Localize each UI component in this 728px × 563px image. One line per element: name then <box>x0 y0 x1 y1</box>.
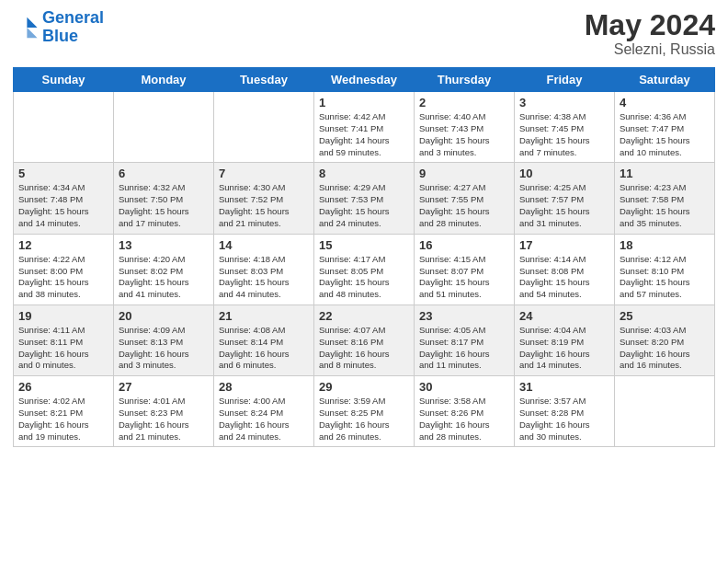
calendar-cell: 17Sunrise: 4:14 AM Sunset: 8:08 PM Dayli… <box>515 234 615 304</box>
location-subtitle: Selezni, Russia <box>585 41 715 58</box>
calendar-cell <box>615 376 715 447</box>
calendar-cell: 12Sunrise: 4:22 AM Sunset: 8:00 PM Dayli… <box>14 234 114 304</box>
day-info: Sunrise: 4:11 AM Sunset: 8:11 PM Dayligh… <box>18 325 108 372</box>
day-number: 17 <box>519 238 609 252</box>
day-info: Sunrise: 4:27 AM Sunset: 7:55 PM Dayligh… <box>419 182 509 229</box>
day-number: 5 <box>18 167 108 180</box>
svg-marker-0 <box>27 17 37 28</box>
day-number: 26 <box>18 380 108 394</box>
day-info: Sunrise: 3:59 AM Sunset: 8:25 PM Dayligh… <box>319 396 409 442</box>
day-number: 4 <box>620 96 710 109</box>
day-info: Sunrise: 4:01 AM Sunset: 8:23 PM Dayligh… <box>119 396 209 442</box>
day-number: 1 <box>319 96 409 109</box>
calendar-cell: 28Sunrise: 4:00 AM Sunset: 8:24 PM Dayli… <box>214 376 314 447</box>
calendar-cell: 31Sunrise: 3:57 AM Sunset: 8:28 PM Dayli… <box>515 376 615 447</box>
day-info: Sunrise: 4:00 AM Sunset: 8:24 PM Dayligh… <box>219 396 309 442</box>
calendar-cell: 16Sunrise: 4:15 AM Sunset: 8:07 PM Dayli… <box>415 234 515 304</box>
calendar-cell <box>14 92 114 163</box>
weekday-header-cell: Saturday <box>615 68 715 92</box>
calendar-cell: 5Sunrise: 4:34 AM Sunset: 7:48 PM Daylig… <box>14 163 114 234</box>
day-info: Sunrise: 3:57 AM Sunset: 8:28 PM Dayligh… <box>519 396 609 442</box>
day-number: 18 <box>620 238 710 252</box>
calendar-week-row: 19Sunrise: 4:11 AM Sunset: 8:11 PM Dayli… <box>14 304 715 375</box>
day-info: Sunrise: 4:38 AM Sunset: 7:45 PM Dayligh… <box>519 111 609 158</box>
weekday-header-cell: Tuesday <box>214 68 314 92</box>
day-info: Sunrise: 4:25 AM Sunset: 7:57 PM Dayligh… <box>519 182 609 229</box>
calendar-cell: 2Sunrise: 4:40 AM Sunset: 7:43 PM Daylig… <box>415 92 515 163</box>
day-info: Sunrise: 3:58 AM Sunset: 8:26 PM Dayligh… <box>419 396 509 442</box>
day-info: Sunrise: 4:20 AM Sunset: 8:02 PM Dayligh… <box>119 254 209 301</box>
day-number: 19 <box>18 309 108 323</box>
month-title: May 2024 <box>585 9 715 41</box>
day-number: 20 <box>119 309 209 323</box>
calendar-week-row: 26Sunrise: 4:02 AM Sunset: 8:21 PM Dayli… <box>14 376 715 447</box>
calendar-cell: 23Sunrise: 4:05 AM Sunset: 8:17 PM Dayli… <box>415 304 515 375</box>
day-number: 14 <box>219 238 309 252</box>
calendar-cell <box>214 92 314 163</box>
calendar-cell: 25Sunrise: 4:03 AM Sunset: 8:20 PM Dayli… <box>615 304 715 375</box>
day-info: Sunrise: 4:07 AM Sunset: 8:16 PM Dayligh… <box>319 325 409 372</box>
calendar-cell: 7Sunrise: 4:30 AM Sunset: 7:52 PM Daylig… <box>214 163 314 234</box>
day-info: Sunrise: 4:18 AM Sunset: 8:03 PM Dayligh… <box>219 254 309 301</box>
day-info: Sunrise: 4:04 AM Sunset: 8:19 PM Dayligh… <box>519 325 609 372</box>
day-number: 10 <box>519 167 609 180</box>
day-number: 13 <box>119 238 209 252</box>
day-number: 28 <box>219 380 309 394</box>
calendar-cell: 20Sunrise: 4:09 AM Sunset: 8:13 PM Dayli… <box>114 304 214 375</box>
calendar-cell: 18Sunrise: 4:12 AM Sunset: 8:10 PM Dayli… <box>615 234 715 304</box>
day-info: Sunrise: 4:22 AM Sunset: 8:00 PM Dayligh… <box>18 254 108 301</box>
day-number: 2 <box>419 96 509 109</box>
calendar-body: 1Sunrise: 4:42 AM Sunset: 7:41 PM Daylig… <box>14 92 715 447</box>
logo-general: General <box>42 8 104 27</box>
day-info: Sunrise: 4:08 AM Sunset: 8:14 PM Dayligh… <box>219 325 309 372</box>
calendar-cell: 8Sunrise: 4:29 AM Sunset: 7:53 PM Daylig… <box>314 163 415 234</box>
weekday-header-cell: Friday <box>515 68 615 92</box>
day-info: Sunrise: 4:36 AM Sunset: 7:47 PM Dayligh… <box>620 111 710 158</box>
calendar-cell: 3Sunrise: 4:38 AM Sunset: 7:45 PM Daylig… <box>515 92 615 163</box>
calendar-cell: 6Sunrise: 4:32 AM Sunset: 7:50 PM Daylig… <box>114 163 214 234</box>
weekday-header-cell: Sunday <box>14 68 114 92</box>
day-number: 7 <box>219 167 309 180</box>
logo-icon <box>13 15 39 40</box>
day-info: Sunrise: 4:12 AM Sunset: 8:10 PM Dayligh… <box>620 254 710 301</box>
day-number: 11 <box>620 167 710 180</box>
calendar-cell: 13Sunrise: 4:20 AM Sunset: 8:02 PM Dayli… <box>114 234 214 304</box>
day-number: 25 <box>620 309 710 323</box>
day-number: 24 <box>519 309 609 323</box>
logo-text: General Blue <box>42 9 104 46</box>
day-info: Sunrise: 4:14 AM Sunset: 8:08 PM Dayligh… <box>519 254 609 301</box>
day-info: Sunrise: 4:03 AM Sunset: 8:20 PM Dayligh… <box>620 325 710 372</box>
calendar-cell: 11Sunrise: 4:23 AM Sunset: 7:58 PM Dayli… <box>615 163 715 234</box>
day-info: Sunrise: 4:09 AM Sunset: 8:13 PM Dayligh… <box>119 325 209 372</box>
day-number: 16 <box>419 238 509 252</box>
calendar-cell: 4Sunrise: 4:36 AM Sunset: 7:47 PM Daylig… <box>615 92 715 163</box>
day-number: 29 <box>319 380 409 394</box>
calendar-cell: 21Sunrise: 4:08 AM Sunset: 8:14 PM Dayli… <box>214 304 314 375</box>
day-info: Sunrise: 4:32 AM Sunset: 7:50 PM Dayligh… <box>119 182 209 229</box>
day-info: Sunrise: 4:42 AM Sunset: 7:41 PM Dayligh… <box>319 111 409 158</box>
weekday-header-cell: Monday <box>114 68 214 92</box>
svg-marker-1 <box>27 28 37 38</box>
day-info: Sunrise: 4:34 AM Sunset: 7:48 PM Dayligh… <box>18 182 108 229</box>
day-number: 12 <box>18 238 108 252</box>
calendar-week-row: 1Sunrise: 4:42 AM Sunset: 7:41 PM Daylig… <box>14 92 715 163</box>
logo-blue: Blue <box>42 27 78 45</box>
day-number: 23 <box>419 309 509 323</box>
day-info: Sunrise: 4:29 AM Sunset: 7:53 PM Dayligh… <box>319 182 409 229</box>
day-info: Sunrise: 4:23 AM Sunset: 7:58 PM Dayligh… <box>620 182 710 229</box>
title-block: May 2024 Selezni, Russia <box>585 9 715 58</box>
calendar-cell: 24Sunrise: 4:04 AM Sunset: 8:19 PM Dayli… <box>515 304 615 375</box>
calendar-cell: 19Sunrise: 4:11 AM Sunset: 8:11 PM Dayli… <box>14 304 114 375</box>
calendar-cell: 26Sunrise: 4:02 AM Sunset: 8:21 PM Dayli… <box>14 376 114 447</box>
day-number: 31 <box>519 380 609 394</box>
calendar-cell: 1Sunrise: 4:42 AM Sunset: 7:41 PM Daylig… <box>314 92 415 163</box>
day-info: Sunrise: 4:40 AM Sunset: 7:43 PM Dayligh… <box>419 111 509 158</box>
calendar: SundayMondayTuesdayWednesdayThursdayFrid… <box>13 67 715 447</box>
day-number: 3 <box>519 96 609 109</box>
calendar-cell: 30Sunrise: 3:58 AM Sunset: 8:26 PM Dayli… <box>415 376 515 447</box>
day-number: 30 <box>419 380 509 394</box>
calendar-week-row: 5Sunrise: 4:34 AM Sunset: 7:48 PM Daylig… <box>14 163 715 234</box>
day-info: Sunrise: 4:17 AM Sunset: 8:05 PM Dayligh… <box>319 254 409 301</box>
weekday-header-cell: Thursday <box>415 68 515 92</box>
day-info: Sunrise: 4:02 AM Sunset: 8:21 PM Dayligh… <box>18 396 108 442</box>
